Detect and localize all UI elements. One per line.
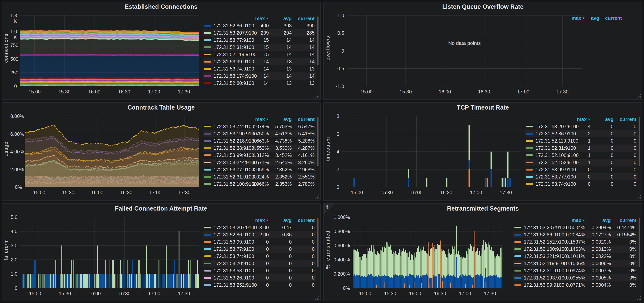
series-color-swatch[interactable] (204, 82, 211, 84)
legend-series-name[interactable]: 172.31.53.74:9100 (204, 254, 246, 259)
legend-series-name[interactable]: 172.31.52.38:9100 (204, 145, 246, 151)
legend-series-name[interactable]: 172.31.52.100:9100 (204, 181, 246, 187)
legend-header-avg[interactable]: avg (590, 116, 614, 122)
plot-area-retransmitted-segments[interactable]: 0%0.200%0.400%0.600%0.800%1.000%15:0015:… (332, 214, 512, 299)
series-color-swatch[interactable] (204, 133, 211, 134)
legend-series-name[interactable]: 172.31.53.70:9100 (204, 261, 246, 266)
series-color-swatch[interactable] (526, 169, 533, 170)
legend-header-current[interactable]: current (292, 16, 314, 21)
legend-series-name[interactable]: 172.31.53.207:9100 (514, 225, 560, 230)
series-color-swatch[interactable] (204, 262, 211, 264)
series-color-swatch[interactable] (204, 284, 211, 286)
series-color-swatch[interactable] (204, 126, 211, 128)
legend-series-name[interactable]: 172.31.52.86:9100 (204, 232, 246, 238)
legend-series-name[interactable]: 172.31.53.99:9100 (526, 167, 568, 172)
panel-resize-handle[interactable] (315, 195, 320, 200)
legend-series-name[interactable]: 172.31.53.190:9100 (204, 131, 246, 136)
legend-series-name[interactable]: 172.31.52.86:9100 (526, 131, 568, 136)
legend-series-name[interactable]: 172.31.52.31:9100 (204, 174, 246, 180)
panel-resize-handle[interactable] (315, 296, 320, 301)
chart-canvas[interactable] (10, 12, 202, 98)
legend-series-name[interactable]: 172.31.53.26:9100 (204, 275, 246, 281)
legend-series-name[interactable]: 172.31.53.74:9100 (204, 66, 246, 72)
plot-area-failed-connection-attempt-rate[interactable]: 01.02.03.04.05.015:0015:3016:0016:3017:0… (10, 214, 202, 299)
legend-sort-max[interactable]: max▼ (246, 16, 269, 21)
legend-series-name[interactable]: 172.31.53.99:9100 (204, 239, 246, 245)
legend-sort-max[interactable]: max▼ (246, 218, 269, 223)
series-color-swatch[interactable] (526, 140, 533, 142)
chart-canvas[interactable] (332, 113, 524, 198)
plot-area-conntrack-table-usage[interactable]: 0%2.00%4.00%6.00%8.00%15:0015:3016:0016:… (10, 113, 202, 198)
legend-sort-max[interactable]: max▼ (246, 116, 269, 122)
legend-series-name[interactable]: 172.31.53.99:9100 (514, 282, 560, 288)
series-color-swatch[interactable] (204, 32, 211, 34)
series-color-swatch[interactable] (204, 256, 211, 257)
legend-series-name[interactable]: 172.31.52.100:9100 (526, 152, 568, 158)
plot-area-tcp-timeout-rate[interactable]: 0246815:0015:3016:0016:3017:0017:30 (332, 113, 524, 198)
legend-series-name[interactable]: 172.31.52.86:9100 (204, 23, 246, 28)
series-color-swatch[interactable] (526, 183, 533, 185)
legend-series-name[interactable]: 172.31.53.99:9100 (204, 152, 246, 158)
series-color-swatch[interactable] (526, 154, 533, 156)
series-color-swatch[interactable] (204, 248, 211, 250)
series-color-swatch[interactable] (204, 75, 211, 77)
legend-header-current[interactable]: current (292, 218, 314, 223)
series-color-swatch[interactable] (514, 256, 521, 257)
panel-title[interactable]: Established Connections (2, 3, 320, 10)
series-color-swatch[interactable] (514, 262, 521, 264)
legend-series-name[interactable]: 172.31.52.218:9100 (204, 138, 246, 144)
legend-series-name[interactable]: 172.31.52.31:9100 (204, 44, 246, 50)
series-color-swatch[interactable] (526, 133, 533, 134)
legend-scrollbar[interactable] (317, 218, 318, 267)
legend-series-name[interactable]: 172.31.53.221:9100 (514, 254, 560, 259)
series-color-swatch[interactable] (204, 162, 211, 163)
series-color-swatch[interactable] (204, 176, 211, 178)
panel-title[interactable]: TCP Timeout Rate (324, 104, 642, 111)
legend-series-name[interactable]: 172.31.53.207:9100 (526, 124, 568, 129)
legend-series-name[interactable]: 172.31.53.74:9100 (204, 124, 246, 129)
legend-series-name[interactable]: 172.31.53.77:9100 (526, 174, 568, 180)
legend-series-name[interactable]: 172.31.52.119:9100 (514, 261, 560, 266)
series-color-swatch[interactable] (514, 227, 521, 228)
series-color-swatch[interactable] (204, 140, 211, 142)
legend-header-avg[interactable]: avg (591, 15, 599, 21)
series-color-swatch[interactable] (204, 61, 211, 62)
legend-scrollbar[interactable] (638, 117, 640, 166)
panel-resize-handle[interactable] (315, 94, 320, 99)
legend-header-current[interactable]: current (605, 15, 622, 21)
legend-series-name[interactable]: 172.31.52.100:9100 (514, 246, 560, 252)
panel-title[interactable]: Conntrack Table Usage (2, 104, 320, 111)
legend-scrollbar[interactable] (638, 218, 640, 267)
legend-series-name[interactable]: 172.31.52.193:9100 (514, 275, 560, 281)
legend-sort-max[interactable]: max▼ (572, 15, 585, 21)
series-color-swatch[interactable] (204, 234, 211, 236)
legend-header-current[interactable]: current (611, 218, 636, 223)
legend-series-name[interactable]: 172.31.53.252:9100 (204, 282, 246, 288)
series-color-swatch[interactable] (204, 277, 211, 279)
legend-series-name[interactable]: 172.31.52.119:9100 (204, 52, 246, 57)
plot-area-listen-queue-overflow-rate[interactable]: -1.0-0.500.51.015:0015:3016:0016:3017:00… (332, 12, 640, 98)
series-color-swatch[interactable] (526, 126, 533, 128)
chart-canvas[interactable] (10, 113, 202, 198)
legend-header-avg[interactable]: avg (585, 218, 611, 223)
legend-series-name[interactable]: 172.31.53.244:9100 (204, 160, 246, 165)
series-color-swatch[interactable] (514, 270, 521, 272)
panel-title[interactable]: Listen Queue Overflow Rate (324, 3, 642, 10)
panel-title[interactable]: Retransmitted Segments (324, 205, 642, 212)
series-color-swatch[interactable] (204, 241, 211, 243)
legend-scrollbar[interactable] (317, 117, 318, 166)
legend-header-avg[interactable]: avg (269, 218, 292, 223)
legend-series-name[interactable]: 172.31.53.174:9100 (204, 73, 246, 79)
panel-title[interactable]: Failed Connection Attempt Rate (2, 205, 320, 212)
legend-series-name[interactable]: 172.31.52.80:9100 (204, 80, 246, 86)
legend-series-name[interactable]: 172.31.52.152:9100 (514, 239, 560, 245)
series-color-swatch[interactable] (514, 234, 521, 236)
series-color-swatch[interactable] (204, 147, 211, 149)
series-color-swatch[interactable] (526, 162, 533, 163)
legend-series-name[interactable]: 172.31.53.207:9100 (204, 30, 246, 36)
legend-header-current[interactable]: current (614, 116, 636, 122)
panel-resize-handle[interactable] (636, 296, 642, 301)
series-color-swatch[interactable] (204, 25, 211, 26)
chart-canvas[interactable] (332, 12, 640, 98)
legend-series-name[interactable]: 172.31.53.207:9100 (204, 225, 246, 230)
